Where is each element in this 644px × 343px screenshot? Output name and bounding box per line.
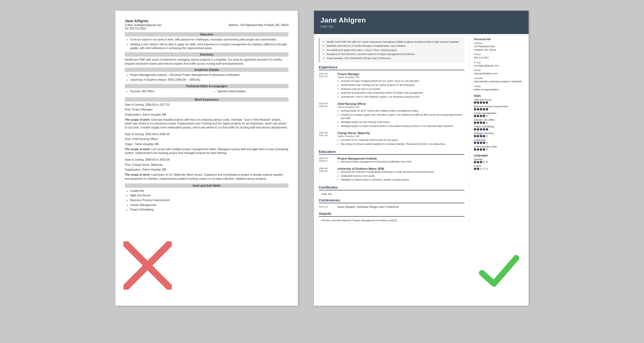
sidebar-email: JUAhlgren@gmail.com	[474, 64, 524, 68]
list-item: Recipient of PMI 2015 Eric Jennett Award…	[327, 52, 461, 56]
dot-empty	[483, 161, 485, 163]
exp-content: Charge Nurse, Maternity Seton Hospital, …	[338, 131, 464, 146]
dot-filled	[486, 108, 488, 110]
exp-item-2: 2002-09 2006-05 Chief Nursing Officer Se…	[319, 102, 464, 128]
list-item: Implemented Lean Training and Six Sigma …	[341, 83, 464, 87]
languages-list: SpanishFrench	[474, 158, 524, 170]
dot-filled	[480, 148, 482, 151]
dot-empty	[486, 135, 488, 137]
dot-filled	[480, 121, 482, 124]
technical-header: Technical Skills & Languages	[125, 84, 288, 88]
exp-date: 2000-03 2002-09	[319, 131, 335, 146]
dot-filled	[477, 128, 479, 131]
right-main: Health Care PMP, RN with 10+ years' expe…	[314, 34, 470, 226]
dot-empty	[486, 148, 488, 151]
list-item: Health Care PMP, RN with 10+ years' expe…	[327, 40, 461, 43]
list-item: Spanish (intermediate)	[217, 89, 288, 93]
list-item: Ran project to donate expired supplies t…	[341, 142, 464, 146]
list-item: Led team of 15+ Maternity Ward nurses fo…	[341, 138, 464, 142]
left-name: Jane Ahlgren	[125, 19, 288, 23]
conference-item: 2014-10 Guest Speaker, Northeast Shingo …	[319, 205, 464, 208]
dot-filled	[483, 128, 485, 131]
dot-filled	[477, 142, 479, 144]
skills-list: Agile and ScrumBusiness Process Improvem…	[474, 98, 524, 151]
dot-filled	[477, 148, 479, 151]
right-name: Jane Ahlgren	[320, 16, 522, 24]
dot-filled	[480, 128, 482, 131]
list-item: Nursing leader for all 87 nurses with mu…	[341, 109, 464, 113]
list-item: Reduced costs by 32% in six months.	[341, 87, 464, 91]
conferences-title: Conferences	[319, 198, 464, 203]
exp-date: 2002-09 2006-05	[319, 102, 335, 128]
sidebar-twitter: twitter.com/janeahlgren	[474, 88, 524, 91]
edu-content: University of Southern Maine, BSN Receiv…	[338, 167, 464, 182]
dot-empty	[486, 142, 488, 144]
resume-right: Jane Ahlgren PMP, RN Health Care PMP, RN…	[314, 11, 529, 306]
list-item: Oversaw all major hospital projects for …	[341, 79, 464, 83]
skills-title: Skills	[474, 94, 524, 97]
right-sidebar: Personal Info Address 134 Rightward WayP…	[470, 34, 529, 226]
left-tel: Tel: 555-212-5551	[125, 27, 288, 30]
dot-filled	[474, 121, 476, 124]
awards-title: Awards	[319, 212, 464, 217]
dot-filled	[474, 168, 476, 170]
dot-filled	[480, 161, 482, 163]
dot-filled	[477, 108, 479, 110]
list-item: Switched nursing staff to new scheduling…	[341, 91, 464, 95]
certificates-title: Certificates	[319, 185, 464, 190]
skills-section: Skills Agile and ScrumBusiness Process I…	[474, 94, 524, 151]
dot-filled	[474, 108, 476, 110]
right-title: PMP, RN	[320, 25, 522, 29]
personal-info-section: Personal Info Address 134 Rightward WayP…	[474, 38, 524, 91]
skill-item: Strategic Planning	[474, 132, 524, 137]
dot-filled	[474, 101, 476, 104]
summary-header: Summary	[125, 52, 288, 57]
dot-empty	[483, 168, 485, 170]
dot-filled	[474, 128, 476, 131]
work-item-3: Date of Joining: 2000-03 to 2002-09 Post…	[125, 158, 288, 180]
list-item: Managed a student project to develop a w…	[341, 178, 464, 182]
edu-date: 1996-09 1999-05	[319, 167, 335, 182]
right-header: Jane Ahlgren PMP, RN	[314, 11, 529, 34]
right-body: Health Care PMP, RN with 10+ years' expe…	[314, 34, 529, 226]
sidebar-phone: 555-212-5551	[474, 56, 524, 60]
red-x-icon	[123, 241, 172, 290]
list-item: Leadership	[130, 189, 288, 193]
dot-empty	[486, 115, 488, 117]
left-contact: E-Mail: JUAhlgren@gmail.com Address: 134…	[125, 24, 288, 27]
awards-text: PMI Eric Jennett Award for Project Manag…	[319, 219, 464, 222]
dot-empty	[486, 161, 488, 163]
edu-item-1: 2008-10 2008-07 Project Management Insti…	[319, 157, 464, 164]
skill-item: Vendor Management	[474, 112, 524, 117]
dot-filled	[474, 135, 476, 137]
dot-filled	[477, 161, 479, 163]
exp-content: Project Manager Seton Hospital, ME Overs…	[338, 72, 464, 99]
svg-line-0	[126, 244, 169, 287]
dot-filled	[480, 142, 482, 144]
dot-filled	[474, 161, 476, 163]
sidebar-www: www.janeholgren.com	[474, 72, 524, 75]
dot-filled	[480, 101, 482, 104]
language-item: French	[474, 165, 524, 170]
dot-filled	[480, 135, 482, 137]
list-item: Received the Andersen Postgraduate Fello…	[341, 170, 464, 174]
personal-info-title: Personal Info	[474, 38, 524, 41]
languages-section: Languages SpanishFrench	[474, 154, 524, 170]
experience-title: Experience	[319, 65, 464, 70]
work-header: Work Experience	[125, 97, 288, 102]
list-item: To be an expert in my area of work, with…	[130, 38, 288, 42]
skill-item: Business Process Improvement	[474, 105, 524, 110]
list-item: Graduated Summa Cum Laude.	[341, 174, 464, 178]
skill-item: Agile and Scrum	[474, 98, 524, 104]
dot-filled	[477, 115, 479, 117]
education-title: Education	[319, 150, 464, 155]
work-item-2: Date of Joining: 2002-09 to 2006-05 Post…	[125, 132, 288, 155]
hardsoft-header: Hard and Soft Skills	[125, 183, 288, 188]
exp-content: Chief Nursing Officer Seton Hospital, ME…	[338, 102, 464, 128]
sidebar-address: 134 Rightward WayPortland, ME, 04019	[474, 45, 524, 51]
left-address: Address: 134 Rightward Way Portland, ME,…	[229, 24, 288, 27]
dot-filled	[483, 142, 485, 144]
dot-filled	[483, 135, 485, 137]
resume-left: Jane Ahlgren E-Mail: JUAhlgren@gmail.com…	[115, 11, 298, 306]
summary-section: Health Care PMP, RN with 10+ years' expe…	[319, 38, 464, 62]
